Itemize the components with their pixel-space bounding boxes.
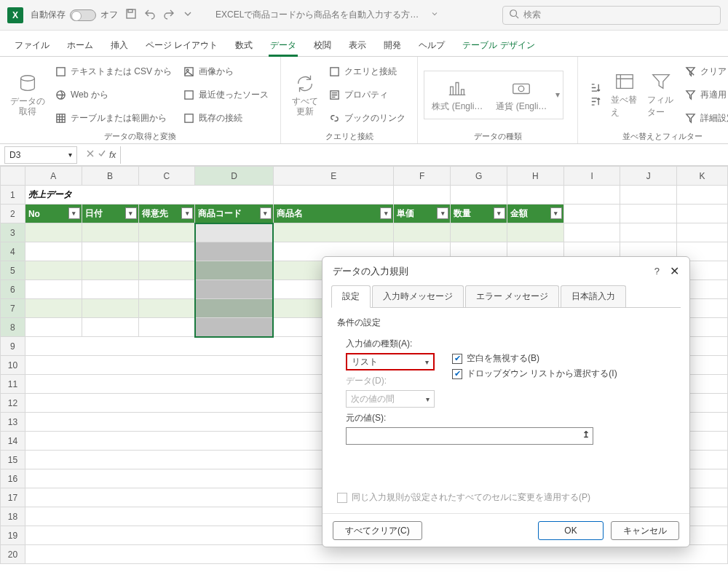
redo-icon[interactable] [163, 8, 175, 22]
sort-desc-button[interactable] [587, 95, 604, 108]
quick-access-toolbar [125, 8, 194, 22]
help-icon[interactable]: ? [654, 266, 660, 277]
formula-input[interactable] [120, 146, 728, 164]
save-icon[interactable] [125, 8, 137, 22]
dialog-tab-ime[interactable]: 日本語入力 [561, 285, 626, 308]
filter-dropdown-icon[interactable]: ▾ [494, 207, 505, 219]
table-header-price: 単価▾ [394, 205, 451, 223]
ribbon-group-label: クエリと接続 [287, 130, 411, 142]
filter-dropdown-icon[interactable]: ▾ [380, 207, 392, 219]
chevron-down-icon[interactable] [430, 9, 439, 20]
source-label: 元の値(S): [346, 412, 675, 424]
dialog-tab-inputmsg[interactable]: 入力時メッセージ [372, 285, 464, 308]
apply-all-checkbox[interactable]: 同じ入力規則が設定されたすべてのセルに変更を適用する(P) [337, 491, 675, 504]
autosave-toggle[interactable]: 自動保存 オフ [31, 9, 118, 21]
tab-formulas[interactable]: 数式 [228, 35, 260, 56]
source-input[interactable]: ↥ [346, 427, 593, 445]
close-icon[interactable]: ✕ [670, 264, 679, 278]
table-header-name: 商品名▾ [273, 205, 393, 223]
svg-rect-15 [617, 75, 633, 89]
tab-insert[interactable]: 挿入 [103, 35, 135, 56]
reapply-filter-button[interactable]: 再適用 [682, 87, 728, 103]
row-2[interactable]: 2 No▾ 日付▾ 得意先▾ 商品コード▾ 商品名▾ 単価▾ 数量▾ 金額▾ [1, 205, 728, 223]
table-header-customer: 得意先▾ [138, 205, 195, 223]
table-header-date: 日付▾ [82, 205, 138, 223]
sort-asc-button[interactable] [587, 81, 604, 95]
table-header-amount: 金額▾ [507, 205, 563, 223]
tab-home[interactable]: ホーム [60, 35, 100, 56]
from-table-button[interactable]: テーブルまたは範囲から [52, 111, 175, 126]
allow-select[interactable]: リスト ▾ [346, 353, 435, 370]
range-picker-icon[interactable]: ↥ [582, 429, 590, 440]
from-picture-button[interactable]: 画像から [181, 64, 272, 79]
data-label: データ(D): [346, 375, 435, 387]
queries-connections-button[interactable]: クエリと接続 [326, 64, 408, 79]
autosave-state: オフ [100, 9, 118, 21]
tab-review[interactable]: 校閲 [306, 35, 339, 56]
stocks-datatype-button[interactable]: 株式 (Engli… [427, 74, 487, 116]
switch-off-icon[interactable] [70, 9, 96, 21]
autosave-label: 自動保存 [31, 9, 66, 21]
from-text-csv-button[interactable]: テキストまたは CSV から [52, 64, 175, 79]
refresh-all-button[interactable]: すべて 更新 [287, 60, 323, 130]
sort-button[interactable]: 並べ替え [606, 60, 643, 130]
svg-point-3 [21, 75, 35, 81]
ribbon-group-datatypes: 株式 (Engli… 通貨 (Engli… ▾ データの種類 [418, 57, 578, 143]
checkbox-checked-icon[interactable] [452, 369, 462, 379]
chevron-down-icon[interactable]: ▾ [68, 151, 72, 159]
allow-label: 入力値の種類(A): [346, 338, 435, 350]
cancel-icon[interactable] [86, 149, 95, 160]
ok-button[interactable]: OK [538, 521, 604, 540]
from-web-button[interactable]: Web から [52, 87, 175, 103]
svg-rect-10 [185, 114, 193, 122]
filter-dropdown-icon[interactable]: ▾ [550, 207, 562, 219]
checkbox-checked-icon[interactable] [452, 354, 462, 364]
cancel-button[interactable]: キャンセル [611, 521, 679, 540]
existing-connections-button[interactable]: 既存の接続 [181, 111, 272, 126]
svg-rect-13 [513, 84, 530, 93]
recent-sources-button[interactable]: 最近使ったソース [181, 87, 272, 103]
ribbon-group-label: データの取得と変換 [6, 130, 274, 142]
tab-developer[interactable]: 開発 [376, 35, 408, 56]
clear-filter-button[interactable]: クリア [682, 64, 728, 79]
column-headers[interactable]: ABC D EFG HIJK [1, 167, 728, 186]
chevron-down-icon[interactable]: ▾ [425, 358, 429, 366]
advanced-filter-button[interactable]: 詳細設定 [682, 111, 728, 126]
dialog-tab-errormsg[interactable]: エラー メッセージ [465, 285, 559, 308]
currency-datatype-button[interactable]: 通貨 (Engli… [491, 74, 551, 116]
checkbox-unchecked-icon[interactable] [337, 493, 347, 503]
properties-button[interactable]: プロパティ [326, 87, 408, 103]
filter-dropdown-icon[interactable]: ▾ [125, 207, 137, 219]
clear-all-button[interactable]: すべてクリア(C) [333, 521, 422, 540]
filter-dropdown-icon[interactable]: ▾ [437, 207, 448, 219]
name-box[interactable]: D3 ▾ [4, 146, 77, 164]
svg-point-8 [187, 69, 189, 71]
tab-pagelayout[interactable]: ページ レイアウト [138, 35, 225, 56]
data-select: 次の値の間 ▾ [346, 390, 435, 408]
search-input[interactable]: 検索 [502, 6, 721, 25]
tab-view[interactable]: 表示 [341, 35, 373, 56]
get-data-button[interactable]: データの 取得 [6, 60, 50, 130]
chevron-down-icon[interactable] [182, 8, 194, 22]
filter-dropdown-icon[interactable]: ▾ [260, 207, 272, 219]
tab-tabledesign[interactable]: テーブル デザイン [455, 35, 542, 56]
filter-dropdown-icon[interactable]: ▾ [181, 207, 193, 219]
undo-icon[interactable] [144, 8, 156, 22]
filter-dropdown-icon[interactable]: ▾ [68, 207, 80, 219]
workbook-links-button[interactable]: ブックのリンク [326, 111, 408, 126]
confirm-icon[interactable] [98, 149, 106, 160]
dialog-tab-settings[interactable]: 設定 [331, 285, 371, 308]
tab-file[interactable]: ファイル [7, 35, 57, 56]
filter-button[interactable]: フィルター [643, 60, 679, 130]
in-cell-dropdown-checkbox[interactable]: ドロップダウン リストから選択する(I) [452, 368, 617, 380]
data-validation-dialog: データの入力規則 ? ✕ 設定 入力時メッセージ エラー メッセージ 日本語入力… [322, 256, 690, 547]
fx-icon[interactable]: fx [109, 150, 116, 160]
svg-rect-1 [128, 9, 132, 12]
ignore-blank-checkbox[interactable]: 空白を無視する(B) [452, 352, 617, 365]
row-1[interactable]: 1 売上データ [1, 186, 728, 205]
title-cell[interactable]: 売上データ [25, 186, 273, 205]
chevron-down-icon[interactable]: ▾ [555, 90, 560, 100]
tab-help[interactable]: ヘルプ [411, 35, 452, 56]
tab-data[interactable]: データ [263, 35, 304, 56]
table-row[interactable]: 3 [1, 223, 728, 242]
